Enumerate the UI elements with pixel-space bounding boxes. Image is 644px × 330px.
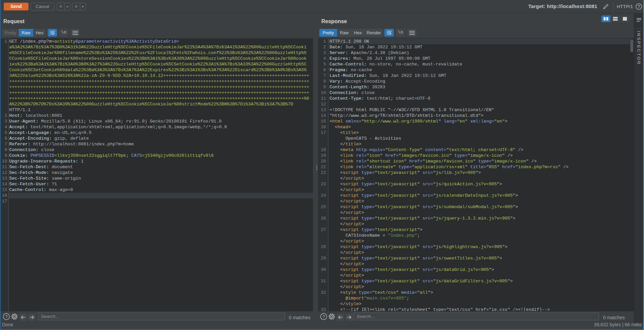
svg-text:?: ?	[322, 314, 325, 319]
svg-text:?: ?	[5, 314, 7, 319]
